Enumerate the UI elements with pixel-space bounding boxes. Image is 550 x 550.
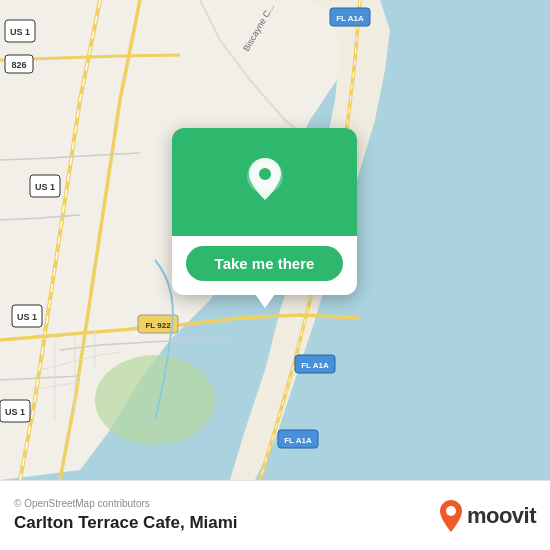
location-pin-icon — [241, 154, 289, 210]
popup-header — [172, 128, 357, 236]
svg-text:US 1: US 1 — [35, 182, 55, 192]
popup-body: Take me there — [172, 236, 357, 295]
svg-point-27 — [446, 506, 456, 516]
take-me-there-button[interactable]: Take me there — [186, 246, 343, 281]
svg-text:FL A1A: FL A1A — [301, 361, 329, 370]
location-name: Carlton Terrace Cafe, Miami — [14, 513, 238, 533]
svg-text:US 1: US 1 — [5, 407, 25, 417]
svg-point-1 — [95, 355, 215, 445]
svg-point-26 — [259, 168, 271, 180]
moovit-logo: moovit — [438, 499, 536, 533]
svg-text:US 1: US 1 — [10, 27, 30, 37]
map-container: US 1 826 US 1 US 1 US 1 FL A1A FL A1A FL… — [0, 0, 550, 480]
popup-card: Take me there — [172, 128, 357, 295]
svg-text:FL A1A: FL A1A — [336, 14, 364, 23]
svg-text:FL A1A: FL A1A — [284, 436, 312, 445]
bottom-left: © OpenStreetMap contributors Carlton Ter… — [14, 498, 238, 533]
copyright-text: © OpenStreetMap contributors — [14, 498, 238, 509]
moovit-pin-icon — [438, 499, 464, 533]
moovit-text: moovit — [467, 503, 536, 529]
svg-text:826: 826 — [11, 60, 26, 70]
svg-text:US 1: US 1 — [17, 312, 37, 322]
bottom-bar: © OpenStreetMap contributors Carlton Ter… — [0, 480, 550, 550]
svg-text:FL 922: FL 922 — [145, 321, 171, 330]
popup-pointer — [255, 294, 275, 308]
